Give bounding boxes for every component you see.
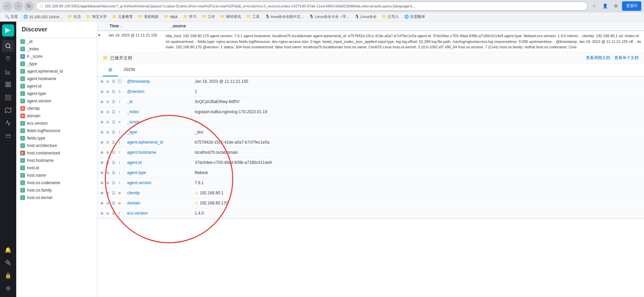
bookmark-finance[interactable]: 📁 财经资讯 [218, 14, 243, 20]
field-item-host-containerized[interactable]: ◐ host.containerized [16, 149, 97, 157]
field-name-index[interactable]: _index [124, 108, 192, 116]
sidebar-time-icon[interactable]: ⏱ [2, 53, 14, 65]
forward-button[interactable]: → [14, 1, 23, 11]
field-item-agent-version[interactable]: t agent.version [16, 97, 97, 105]
field-name-ecs-version[interactable]: ecs.version [124, 209, 192, 217]
field-name-version[interactable]: @version [124, 88, 192, 95]
field-name-agent-id[interactable]: agent.id [124, 159, 192, 166]
tab-table[interactable]: 表 [103, 64, 118, 76]
field-name-id[interactable]: _id [124, 98, 192, 105]
sidebar-maps-icon[interactable] [2, 104, 14, 116]
filter-out-btn[interactable]: ⊖ [105, 149, 110, 155]
sidebar-canvas-icon[interactable]: ⬛ [2, 91, 14, 103]
filter-for-btn[interactable]: ⊕ [99, 190, 104, 196]
filter-out-btn[interactable]: ⊖ [105, 159, 110, 166]
field-name-agent-type[interactable]: agent.type [124, 169, 192, 176]
sidebar-integrations-icon[interactable]: 🔌 [2, 256, 14, 269]
sidebar-alerts-icon[interactable]: 🔔 [2, 244, 14, 256]
toggle-col-btn[interactable]: ☰ [111, 180, 116, 186]
bookmark-kids[interactable]: 📁 儿童教育 [110, 14, 135, 20]
toggle-col-btn[interactable]: ☰ [111, 109, 116, 115]
bookmark-tools[interactable]: 📁 工具 [244, 14, 262, 20]
field-item-agent-id[interactable]: t agent.id [16, 82, 97, 90]
toggle-col-btn[interactable]: ☰ [111, 78, 116, 84]
sidebar-settings-icon[interactable]: ⚙ [2, 282, 14, 294]
field-item-type[interactable]: t _type [16, 60, 97, 68]
filter-out-btn[interactable]: ⊖ [105, 170, 110, 176]
toggle-col-btn[interactable]: ☰ [111, 159, 116, 166]
filter-out-btn[interactable]: ⊖ [105, 129, 110, 135]
toggle-col-btn[interactable]: ☰ [111, 200, 116, 206]
field-name-agent-hostname[interactable]: agent.hostname [124, 149, 192, 156]
field-name-score[interactable]: _score [124, 118, 192, 126]
field-name-domain[interactable]: domain [124, 199, 192, 207]
field-name-ephemeral[interactable]: agent.ephemeral_id [124, 139, 192, 146]
bookmark-work[interactable]: 📁 工作 [200, 14, 217, 20]
toggle-col-btn[interactable]: ☰ [111, 210, 116, 216]
field-item-host-name[interactable]: t host.name [16, 172, 97, 179]
toggle-col-btn[interactable]: ☰ [111, 139, 116, 145]
sidebar-visualize-icon[interactable] [2, 66, 14, 78]
field-name-clientip[interactable]: clientip [124, 189, 192, 197]
doc-detail-table[interactable]: ⊕ ⊖ ☰ 🕐 @timestamp Jan 19, 2023 @ 11:11:… [97, 77, 644, 219]
filter-out-btn[interactable]: ⊖ [105, 139, 110, 145]
field-item-host-os-kernel[interactable]: t host.os.kernel [16, 194, 97, 201]
filter-out-btn[interactable]: ⊖ [105, 78, 110, 84]
field-item-host-os-codename[interactable]: t host.os.codename [16, 179, 97, 187]
toggle-col-btn[interactable]: ☰ [111, 190, 116, 196]
field-item-domain[interactable]: ⊕ domain [16, 112, 97, 120]
filter-for-btn[interactable]: ⊕ [99, 129, 104, 135]
bookmark-imported[interactable]: 📁 已导入 [380, 14, 401, 20]
filter-out-btn[interactable]: ⊖ [105, 210, 110, 216]
field-item-host-os-family[interactable]: t host.os.family [16, 187, 97, 194]
field-item-host-hostname[interactable]: t host.hostname [16, 157, 97, 164]
filter-out-btn[interactable]: ⊖ [105, 89, 110, 95]
bookmark-translate[interactable]: 🌐 百度翻译 [402, 14, 427, 20]
toggle-col-btn[interactable]: ☰ [111, 129, 116, 135]
filter-for-btn[interactable]: ⊕ [99, 99, 104, 105]
field-item-score[interactable]: # # _score [16, 53, 97, 60]
view-single-link[interactable]: 查看单个文档 [614, 55, 639, 61]
field-item-logresource[interactable]: t fields.logResource [16, 127, 97, 134]
field-item-ecs[interactable]: t ecs.version [16, 120, 97, 127]
profile-button[interactable]: 👤 [600, 1, 610, 11]
filter-for-btn[interactable]: ⊕ [99, 139, 104, 145]
toggle-col-btn[interactable]: ☰ [111, 170, 116, 176]
field-item-fields-type[interactable]: t fields.type [16, 134, 97, 142]
filter-out-btn[interactable]: ⊖ [105, 200, 110, 206]
filter-out-btn[interactable]: ⊖ [105, 119, 110, 125]
filter-for-btn[interactable]: ⊕ [99, 200, 104, 206]
field-item-hostname[interactable]: t agent.hostname [16, 75, 97, 82]
filter-out-btn[interactable]: ⊖ [105, 109, 110, 115]
bookmark-linux2[interactable]: 🐧 Linux命令大全（手... [307, 14, 351, 20]
sidebar-security-icon[interactable]: 🔒 [2, 269, 14, 281]
field-item-clientip[interactable]: ⊕ clientip [16, 105, 97, 112]
filter-out-btn[interactable]: ⊖ [105, 99, 110, 105]
field-name-agent-version[interactable]: agent.version [124, 179, 192, 187]
expand-row-button[interactable]: ▼ [97, 31, 105, 52]
back-button[interactable]: ← [3, 1, 12, 11]
kibana-logo[interactable] [2, 24, 14, 36]
sidebar-dashboard-icon[interactable] [2, 78, 14, 91]
filter-for-btn[interactable]: ⊕ [99, 159, 104, 166]
bookmark-life[interactable]: 📁 生活 [66, 14, 83, 20]
field-item-host-arch[interactable]: t host.architecture [16, 142, 97, 149]
bookmark-study[interactable]: 📁 学习 [181, 14, 198, 20]
filter-for-btn[interactable]: ⊕ [99, 89, 104, 95]
reload-button[interactable]: ↻ [24, 1, 34, 11]
tab-json[interactable]: JSON [118, 64, 141, 76]
bookmark-nba[interactable]: 📁 NBA [162, 14, 180, 20]
toggle-col-btn[interactable]: ☰ [111, 89, 116, 95]
field-item-id[interactable]: t _id [16, 38, 97, 45]
filter-out-btn[interactable]: ⊖ [105, 180, 110, 186]
bookmark-ip[interactable]: 🌐 10.100.202.164/of... [21, 14, 64, 20]
update-button[interactable]: 更新N [622, 1, 641, 11]
bookmark-linux1[interactable]: 🐧 linux命令在线中文... [263, 14, 306, 20]
sidebar-ml-icon[interactable] [2, 117, 14, 129]
toggle-col-btn[interactable]: ☰ [111, 149, 116, 155]
filter-for-btn[interactable]: ⊕ [99, 170, 104, 176]
filter-for-btn[interactable]: ⊕ [99, 210, 104, 216]
sidebar-stack-icon[interactable]: 🗃 [2, 130, 14, 142]
field-item-host-id[interactable]: t host.id [16, 164, 97, 172]
bookmark-button[interactable]: ☆ [590, 1, 599, 11]
